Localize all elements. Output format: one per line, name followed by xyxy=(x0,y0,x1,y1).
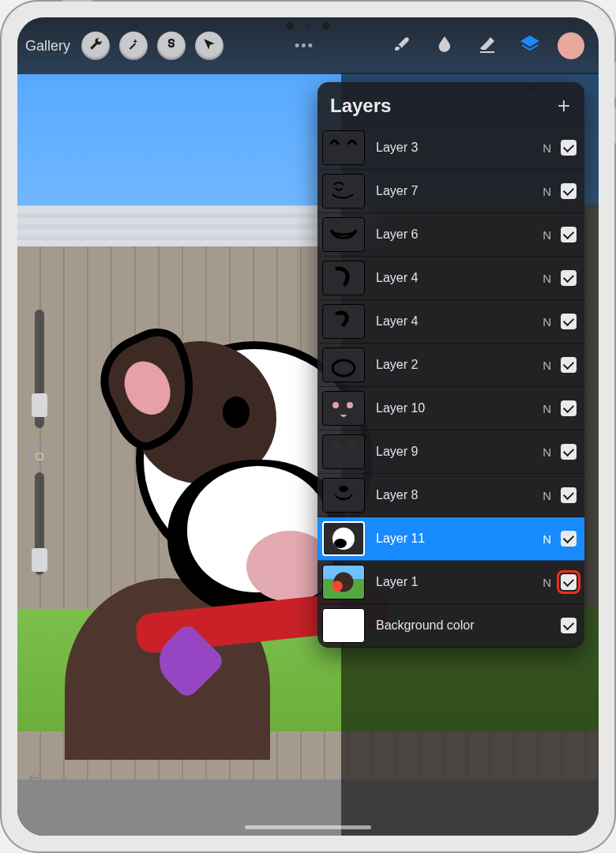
layer-name-label: Layer 11 xyxy=(376,532,543,546)
layer-row[interactable]: Layer 10N xyxy=(317,387,584,430)
layer-row[interactable]: Layer 11N xyxy=(317,517,584,561)
layer-name-label: Layer 1 xyxy=(376,575,543,589)
layer-row[interactable]: Layer 4N xyxy=(317,257,584,300)
layer-blend-mode[interactable]: N xyxy=(543,532,551,546)
layer-blend-mode[interactable]: N xyxy=(543,489,551,502)
layer-thumbnail[interactable] xyxy=(322,174,365,209)
layer-thumbnail[interactable] xyxy=(322,348,365,382)
wand-icon xyxy=(126,37,141,54)
gallery-button[interactable]: Gallery xyxy=(25,38,70,54)
layer-blend-mode[interactable]: N xyxy=(543,402,551,415)
undo-redo-group: ↩ ↪ xyxy=(28,768,42,812)
layer-name-label: Layer 6 xyxy=(376,227,543,242)
layer-row[interactable]: Layer 4N xyxy=(317,300,584,344)
layer-thumbnail[interactable] xyxy=(322,608,365,643)
selection-button[interactable] xyxy=(157,32,186,60)
layer-name-label: Layer 4 xyxy=(376,314,543,329)
layer-row[interactable]: Layer 7N xyxy=(317,170,584,213)
layer-blend-mode[interactable]: N xyxy=(543,359,551,372)
actions-button[interactable] xyxy=(81,32,110,60)
layers-button[interactable] xyxy=(513,29,547,62)
home-indicator[interactable] xyxy=(245,825,371,829)
layer-thumbnail[interactable] xyxy=(322,261,365,295)
ipad-frame: Gallery ••• xyxy=(0,0,616,853)
opacity-slider[interactable] xyxy=(35,472,44,575)
svg-point-2 xyxy=(347,402,353,408)
layer-blend-mode[interactable]: N xyxy=(543,228,551,242)
modify-button[interactable] xyxy=(28,445,51,468)
layer-row[interactable]: Layer 8N xyxy=(317,474,584,517)
smudge-button[interactable] xyxy=(428,29,461,62)
layer-visibility-checkbox[interactable] xyxy=(561,227,577,242)
layer-visibility-checkbox[interactable] xyxy=(561,487,577,503)
layer-thumbnail[interactable] xyxy=(322,304,365,339)
layer-name-label: Layer 10 xyxy=(376,401,543,415)
layer-visibility-checkbox[interactable] xyxy=(561,357,577,373)
screen: Gallery ••• xyxy=(17,17,599,836)
layer-thumbnail[interactable] xyxy=(322,434,365,469)
add-layer-button[interactable]: + xyxy=(558,97,570,115)
top-toolbar: Gallery ••• xyxy=(17,17,599,74)
wrench-icon xyxy=(88,37,103,54)
layer-row[interactable]: Layer 6N xyxy=(317,213,584,257)
layer-name-label: Layer 9 xyxy=(376,445,543,459)
brush-icon xyxy=(393,35,411,57)
square-icon xyxy=(36,453,43,460)
layer-blend-mode[interactable]: N xyxy=(543,315,551,329)
redo-button[interactable]: ↪ xyxy=(28,793,42,812)
more-menu-button[interactable]: ••• xyxy=(285,38,324,54)
layer-blend-mode[interactable]: N xyxy=(543,445,551,459)
layer-visibility-checkbox[interactable] xyxy=(561,183,577,199)
layer-thumbnail[interactable] xyxy=(322,521,365,556)
layer-blend-mode[interactable]: N xyxy=(543,576,551,589)
svg-point-0 xyxy=(332,360,355,376)
brush-button[interactable] xyxy=(385,29,419,62)
color-picker-button[interactable] xyxy=(558,32,584,59)
layer-visibility-checkbox[interactable] xyxy=(561,444,577,460)
layer-thumbnail[interactable] xyxy=(322,217,365,252)
brush-size-thumb[interactable] xyxy=(32,393,47,417)
layer-row[interactable]: Layer 3N xyxy=(317,126,584,170)
layer-blend-mode[interactable]: N xyxy=(543,141,551,155)
layer-visibility-checkbox[interactable] xyxy=(561,314,577,329)
layer-thumbnail[interactable] xyxy=(322,565,365,599)
layer-row[interactable]: Layer 2N xyxy=(317,344,584,387)
layer-visibility-checkbox[interactable] xyxy=(561,618,577,633)
layer-visibility-checkbox[interactable] xyxy=(561,140,577,156)
brush-size-slider[interactable] xyxy=(35,310,44,428)
eraser-icon xyxy=(478,35,497,57)
layer-thumbnail[interactable] xyxy=(322,130,365,165)
svg-point-5 xyxy=(334,539,347,548)
svg-point-1 xyxy=(332,402,339,408)
layers-panel: Layers + Layer 3NLayer 7NLayer 6NLayer 4… xyxy=(317,82,584,648)
hw-power-button xyxy=(62,0,93,2)
transform-button[interactable] xyxy=(195,32,223,60)
layer-row[interactable]: Layer 1N xyxy=(317,561,584,604)
selection-s-icon xyxy=(164,37,178,54)
layer-name-label: Background color xyxy=(376,618,561,633)
layer-blend-mode[interactable]: N xyxy=(543,185,551,198)
layer-row[interactable]: Background color xyxy=(317,604,584,648)
layer-name-label: Layer 7 xyxy=(376,184,543,198)
layers-icon xyxy=(520,35,539,57)
arrow-icon xyxy=(202,37,216,54)
undo-icon: ↩ xyxy=(28,768,42,786)
layer-visibility-checkbox[interactable] xyxy=(561,574,577,590)
adjustments-button[interactable] xyxy=(119,32,148,60)
layer-visibility-checkbox[interactable] xyxy=(561,270,577,286)
layer-thumbnail[interactable] xyxy=(322,478,365,513)
layer-row[interactable]: Layer 9N xyxy=(317,430,584,474)
layer-blend-mode[interactable]: N xyxy=(543,272,551,285)
layer-name-label: Layer 8 xyxy=(376,488,543,502)
layer-visibility-checkbox[interactable] xyxy=(561,531,577,547)
redo-icon: ↪ xyxy=(28,794,42,811)
eraser-button[interactable] xyxy=(471,29,504,62)
undo-button[interactable]: ↩ xyxy=(28,768,42,787)
layer-visibility-checkbox[interactable] xyxy=(561,400,577,416)
layer-name-label: Layer 4 xyxy=(376,271,543,285)
opacity-thumb[interactable] xyxy=(32,548,47,572)
layers-panel-title: Layers xyxy=(330,95,391,117)
layer-thumbnail[interactable] xyxy=(322,391,365,426)
smudge-icon xyxy=(435,35,454,57)
layers-list: Layer 3NLayer 7NLayer 6NLayer 4NLayer 4N… xyxy=(317,126,584,648)
